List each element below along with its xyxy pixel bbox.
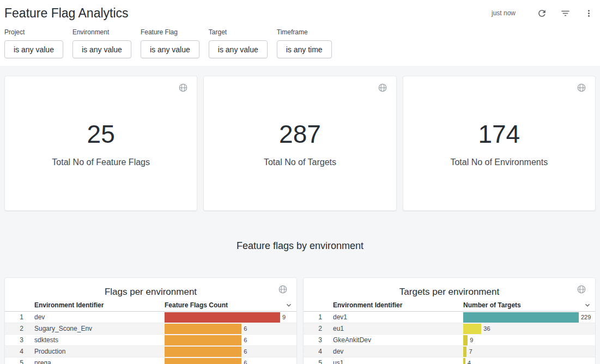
filter-icon[interactable] bbox=[558, 6, 572, 20]
bar bbox=[463, 358, 465, 364]
bar bbox=[463, 312, 579, 323]
header-actions: just now bbox=[492, 6, 596, 20]
filter-timeframe-value-button[interactable]: is any time bbox=[277, 40, 332, 58]
globe-icon[interactable] bbox=[378, 83, 387, 93]
kpi-value: 174 bbox=[478, 119, 520, 149]
table-header: Environment Identifier Feature Flags Cou… bbox=[5, 299, 296, 312]
bar-value: 6 bbox=[244, 337, 247, 343]
bar-cell: 36 bbox=[463, 323, 595, 334]
globe-icon[interactable] bbox=[577, 83, 586, 93]
flags-per-environment-card: Flags per environment Environment Identi… bbox=[4, 277, 297, 364]
kpi-value: 287 bbox=[279, 119, 321, 149]
top-bar: Feature Flag Analytics just now Project … bbox=[0, 0, 600, 66]
bar bbox=[463, 347, 466, 357]
environment-cell: GkeAnkitDev bbox=[329, 336, 463, 344]
dashboard-body: 25 Total No of Feature Flags 287 Total N… bbox=[0, 66, 600, 364]
table-title-row: Flags per environment bbox=[5, 278, 296, 298]
chevron-down-icon[interactable] bbox=[284, 301, 293, 310]
globe-icon[interactable] bbox=[178, 83, 188, 93]
last-updated-label: just now bbox=[492, 9, 516, 17]
table-row[interactable]: 5 us1 4 bbox=[304, 357, 595, 364]
bar-value: 36 bbox=[483, 325, 490, 332]
filter-project: Project is any value bbox=[4, 28, 63, 58]
bar bbox=[165, 335, 241, 345]
filter-feature-flag-value-button[interactable]: is any value bbox=[141, 40, 199, 58]
column-header-count[interactable]: Feature Flags Count bbox=[165, 299, 296, 311]
bar-cell: 229 bbox=[463, 312, 595, 323]
bar-cell: 6 bbox=[165, 346, 296, 357]
bar-value: 9 bbox=[470, 337, 473, 343]
filter-environment-value-button[interactable]: is any value bbox=[72, 40, 131, 58]
chevron-down-icon[interactable] bbox=[583, 301, 592, 310]
row-index: 1 bbox=[5, 313, 30, 321]
table-row[interactable]: 4 Production 6 bbox=[5, 346, 296, 357]
filter-timeframe: Timeframe is any time bbox=[277, 28, 332, 58]
environment-cell: Production bbox=[30, 348, 165, 355]
bar bbox=[165, 347, 241, 357]
globe-icon[interactable] bbox=[577, 284, 586, 294]
targets-per-environment-card: Targets per environment Environment Iden… bbox=[303, 277, 596, 364]
bar-value: 6 bbox=[244, 325, 247, 332]
row-index: 1 bbox=[304, 313, 329, 321]
row-index: 3 bbox=[304, 336, 329, 344]
table-row[interactable]: 4 dev 7 bbox=[304, 346, 595, 357]
table-title: Targets per environment bbox=[399, 287, 499, 298]
table-row[interactable]: 2 Sugary_Scone_Env 6 bbox=[5, 323, 296, 335]
bar bbox=[463, 335, 468, 345]
table-title: Flags per environment bbox=[105, 287, 197, 298]
bar-value: 6 bbox=[244, 360, 247, 364]
kpi-label: Total No of Feature Flags bbox=[52, 157, 150, 167]
filter-label: Target bbox=[209, 28, 268, 36]
column-header-count[interactable]: Number of Targets bbox=[463, 299, 595, 311]
kpi-card-total-targets: 287 Total No of Targets bbox=[203, 76, 396, 211]
filter-project-value-button[interactable]: is any value bbox=[4, 40, 63, 58]
bar-cell: 9 bbox=[165, 312, 296, 323]
table-row[interactable]: 1 dev 9 bbox=[5, 312, 296, 323]
environment-cell: dev bbox=[30, 313, 165, 321]
filter-label: Project bbox=[4, 28, 63, 36]
environment-cell: us1 bbox=[329, 359, 463, 364]
row-index: 2 bbox=[5, 325, 30, 332]
row-index: 3 bbox=[5, 336, 30, 344]
bar-cell: 6 bbox=[165, 357, 296, 364]
kpi-row: 25 Total No of Feature Flags 287 Total N… bbox=[4, 76, 596, 211]
environment-cell: sdktests bbox=[30, 336, 165, 344]
row-index: 4 bbox=[304, 348, 329, 355]
bar-value: 7 bbox=[469, 348, 472, 355]
bar bbox=[165, 358, 241, 364]
bar-cell: 7 bbox=[463, 346, 595, 357]
environment-cell: eu1 bbox=[329, 325, 463, 332]
kpi-label: Total No of Targets bbox=[264, 157, 336, 167]
table-row[interactable]: 1 dev1 229 bbox=[304, 312, 595, 323]
bar-value: 229 bbox=[581, 314, 591, 320]
table-row[interactable]: 5 prega 6 bbox=[5, 357, 296, 364]
bar bbox=[463, 324, 481, 334]
filter-label: Timeframe bbox=[277, 28, 332, 36]
kpi-value: 25 bbox=[87, 119, 115, 149]
column-header-environment[interactable]: Environment Identifier bbox=[30, 301, 165, 309]
filter-bar: Project is any value Environment is any … bbox=[4, 28, 596, 58]
filter-environment: Environment is any value bbox=[72, 28, 131, 58]
globe-icon[interactable] bbox=[278, 284, 288, 294]
dashboard-header: Feature Flag Analytics just now bbox=[4, 3, 596, 23]
row-index: 5 bbox=[5, 359, 30, 364]
bar-cell: 9 bbox=[463, 335, 595, 345]
bar-cell: 6 bbox=[165, 335, 296, 345]
column-header-environment[interactable]: Environment Identifier bbox=[329, 301, 463, 309]
table-row[interactable]: 2 eu1 36 bbox=[304, 323, 595, 335]
table-row[interactable]: 3 GkeAnkitDev 9 bbox=[304, 335, 595, 346]
bar-cell: 6 bbox=[165, 323, 296, 334]
tables-row: Flags per environment Environment Identi… bbox=[4, 277, 596, 364]
filter-label: Feature Flag bbox=[141, 28, 199, 36]
page-title: Feature Flag Analytics bbox=[4, 6, 129, 21]
more-menu-icon[interactable] bbox=[581, 6, 596, 20]
bar-value: 9 bbox=[282, 314, 286, 320]
table-row[interactable]: 3 sdktests 6 bbox=[5, 335, 296, 346]
refresh-icon[interactable] bbox=[535, 6, 549, 20]
row-index: 4 bbox=[5, 348, 30, 355]
table-header: Environment Identifier Number of Targets bbox=[304, 299, 595, 312]
bar-cell: 4 bbox=[463, 357, 595, 364]
environment-cell: prega bbox=[30, 359, 165, 364]
filter-target-value-button[interactable]: is any value bbox=[209, 40, 268, 58]
kpi-card-total-environments: 174 Total No of Environments bbox=[403, 76, 596, 211]
